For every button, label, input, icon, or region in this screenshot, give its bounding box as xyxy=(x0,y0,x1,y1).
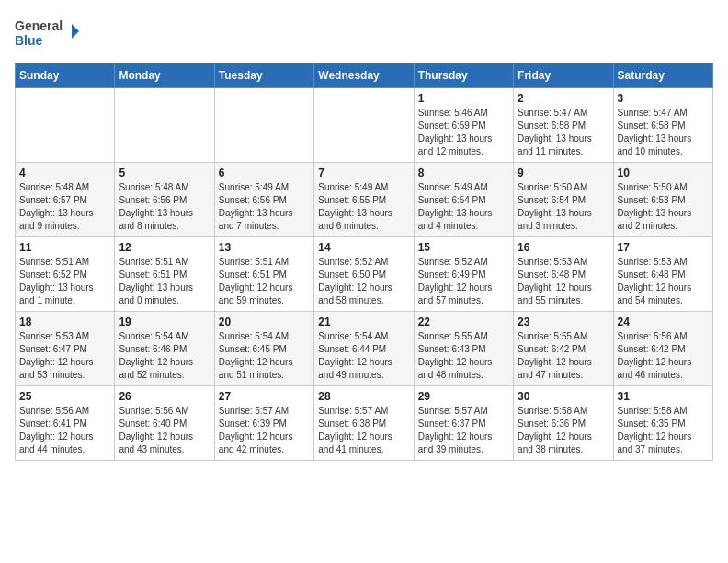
day-info: Sunrise: 5:48 AM Sunset: 6:57 PM Dayligh… xyxy=(19,181,110,233)
calendar-cell: 20Sunrise: 5:54 AM Sunset: 6:45 PM Dayli… xyxy=(214,312,313,386)
day-info: Sunrise: 5:50 AM Sunset: 6:53 PM Dayligh… xyxy=(618,181,709,233)
calendar-cell: 4Sunrise: 5:48 AM Sunset: 6:57 PM Daylig… xyxy=(16,163,115,237)
day-info: Sunrise: 5:49 AM Sunset: 6:54 PM Dayligh… xyxy=(418,181,509,233)
day-info: Sunrise: 5:56 AM Sunset: 6:42 PM Dayligh… xyxy=(618,330,709,382)
weekday-header-wednesday: Wednesday xyxy=(314,63,414,88)
calendar-cell: 27Sunrise: 5:57 AM Sunset: 6:39 PM Dayli… xyxy=(214,386,313,461)
calendar-cell: 31Sunrise: 5:58 AM Sunset: 6:35 PM Dayli… xyxy=(613,386,712,461)
calendar-cell: 1Sunrise: 5:46 AM Sunset: 6:59 PM Daylig… xyxy=(414,88,513,163)
calendar-cell xyxy=(16,88,115,163)
day-info: Sunrise: 5:50 AM Sunset: 6:54 PM Dayligh… xyxy=(518,181,609,233)
day-info: Sunrise: 5:58 AM Sunset: 6:35 PM Dayligh… xyxy=(618,405,709,456)
weekday-header-tuesday: Tuesday xyxy=(214,63,313,88)
day-number: 15 xyxy=(418,241,509,254)
day-number: 12 xyxy=(119,241,210,254)
day-number: 22 xyxy=(418,316,509,328)
calendar-cell: 15Sunrise: 5:52 AM Sunset: 6:49 PM Dayli… xyxy=(414,237,513,312)
calendar-cell: 10Sunrise: 5:50 AM Sunset: 6:53 PM Dayli… xyxy=(613,163,712,237)
day-number: 4 xyxy=(19,167,110,179)
day-info: Sunrise: 5:54 AM Sunset: 6:46 PM Dayligh… xyxy=(119,330,210,382)
calendar-cell: 11Sunrise: 5:51 AM Sunset: 6:52 PM Dayli… xyxy=(16,237,115,312)
day-number: 1 xyxy=(418,92,509,105)
calendar-cell xyxy=(115,88,214,163)
day-number: 2 xyxy=(518,92,609,105)
day-number: 19 xyxy=(119,316,210,328)
day-info: Sunrise: 5:54 AM Sunset: 6:44 PM Dayligh… xyxy=(318,330,409,382)
day-info: Sunrise: 5:56 AM Sunset: 6:40 PM Dayligh… xyxy=(119,405,210,456)
calendar-table: SundayMondayTuesdayWednesdayThursdayFrid… xyxy=(15,63,713,461)
day-number: 27 xyxy=(219,390,310,403)
day-number: 17 xyxy=(618,241,709,254)
day-number: 24 xyxy=(618,316,709,328)
calendar-cell: 23Sunrise: 5:55 AM Sunset: 6:42 PM Dayli… xyxy=(514,312,613,386)
week-row-2: 4Sunrise: 5:48 AM Sunset: 6:57 PM Daylig… xyxy=(16,163,713,237)
week-row-5: 25Sunrise: 5:56 AM Sunset: 6:41 PM Dayli… xyxy=(16,386,713,461)
calendar-cell: 16Sunrise: 5:53 AM Sunset: 6:48 PM Dayli… xyxy=(514,237,613,312)
day-number: 25 xyxy=(19,390,110,403)
calendar-cell: 6Sunrise: 5:49 AM Sunset: 6:56 PM Daylig… xyxy=(214,163,313,237)
week-row-3: 11Sunrise: 5:51 AM Sunset: 6:52 PM Dayli… xyxy=(16,237,713,312)
calendar-cell: 13Sunrise: 5:51 AM Sunset: 6:51 PM Dayli… xyxy=(214,237,313,312)
weekday-header-row: SundayMondayTuesdayWednesdayThursdayFrid… xyxy=(16,63,713,88)
day-info: Sunrise: 5:57 AM Sunset: 6:37 PM Dayligh… xyxy=(418,405,509,456)
day-number: 28 xyxy=(318,390,409,403)
day-info: Sunrise: 5:49 AM Sunset: 6:56 PM Dayligh… xyxy=(219,181,310,233)
calendar-cell: 2Sunrise: 5:47 AM Sunset: 6:58 PM Daylig… xyxy=(514,88,613,163)
calendar-cell xyxy=(314,88,414,163)
day-info: Sunrise: 5:53 AM Sunset: 6:47 PM Dayligh… xyxy=(19,330,110,382)
day-info: Sunrise: 5:53 AM Sunset: 6:48 PM Dayligh… xyxy=(518,256,609,307)
calendar-cell: 29Sunrise: 5:57 AM Sunset: 6:37 PM Dayli… xyxy=(414,386,513,461)
day-number: 3 xyxy=(618,92,709,105)
day-number: 30 xyxy=(518,390,609,403)
day-number: 21 xyxy=(318,316,409,328)
day-number: 11 xyxy=(19,241,110,254)
day-info: Sunrise: 5:51 AM Sunset: 6:51 PM Dayligh… xyxy=(219,256,310,307)
page-header: General Blue xyxy=(15,15,713,52)
day-info: Sunrise: 5:55 AM Sunset: 6:42 PM Dayligh… xyxy=(518,330,609,382)
day-info: Sunrise: 5:53 AM Sunset: 6:48 PM Dayligh… xyxy=(618,256,709,307)
calendar-cell: 19Sunrise: 5:54 AM Sunset: 6:46 PM Dayli… xyxy=(115,312,214,386)
day-info: Sunrise: 5:54 AM Sunset: 6:45 PM Dayligh… xyxy=(219,330,310,382)
day-info: Sunrise: 5:51 AM Sunset: 6:51 PM Dayligh… xyxy=(119,256,210,307)
weekday-header-friday: Friday xyxy=(514,63,613,88)
calendar-cell: 17Sunrise: 5:53 AM Sunset: 6:48 PM Dayli… xyxy=(613,237,712,312)
calendar-cell: 21Sunrise: 5:54 AM Sunset: 6:44 PM Dayli… xyxy=(314,312,414,386)
calendar-cell: 25Sunrise: 5:56 AM Sunset: 6:41 PM Dayli… xyxy=(16,386,115,461)
day-number: 26 xyxy=(119,390,210,403)
day-info: Sunrise: 5:56 AM Sunset: 6:41 PM Dayligh… xyxy=(19,405,110,456)
calendar-cell: 5Sunrise: 5:48 AM Sunset: 6:56 PM Daylig… xyxy=(115,163,214,237)
day-number: 16 xyxy=(518,241,609,254)
calendar-cell: 14Sunrise: 5:52 AM Sunset: 6:50 PM Dayli… xyxy=(314,237,414,312)
day-number: 23 xyxy=(518,316,609,328)
logo-svg: General Blue xyxy=(15,15,79,52)
day-info: Sunrise: 5:55 AM Sunset: 6:43 PM Dayligh… xyxy=(418,330,509,382)
calendar-cell: 24Sunrise: 5:56 AM Sunset: 6:42 PM Dayli… xyxy=(613,312,712,386)
day-number: 6 xyxy=(219,167,310,179)
calendar-cell: 12Sunrise: 5:51 AM Sunset: 6:51 PM Dayli… xyxy=(115,237,214,312)
week-row-4: 18Sunrise: 5:53 AM Sunset: 6:47 PM Dayli… xyxy=(16,312,713,386)
day-info: Sunrise: 5:52 AM Sunset: 6:50 PM Dayligh… xyxy=(318,256,409,307)
weekday-header-sunday: Sunday xyxy=(16,63,115,88)
day-info: Sunrise: 5:46 AM Sunset: 6:59 PM Dayligh… xyxy=(418,107,509,158)
day-info: Sunrise: 5:57 AM Sunset: 6:38 PM Dayligh… xyxy=(318,405,409,456)
calendar-cell: 28Sunrise: 5:57 AM Sunset: 6:38 PM Dayli… xyxy=(314,386,414,461)
calendar-cell xyxy=(214,88,313,163)
calendar-cell: 22Sunrise: 5:55 AM Sunset: 6:43 PM Dayli… xyxy=(414,312,513,386)
day-info: Sunrise: 5:48 AM Sunset: 6:56 PM Dayligh… xyxy=(119,181,210,233)
calendar-cell: 9Sunrise: 5:50 AM Sunset: 6:54 PM Daylig… xyxy=(514,163,613,237)
day-number: 20 xyxy=(219,316,310,328)
weekday-header-saturday: Saturday xyxy=(613,63,712,88)
day-number: 10 xyxy=(618,167,709,179)
day-info: Sunrise: 5:51 AM Sunset: 6:52 PM Dayligh… xyxy=(19,256,110,307)
svg-marker-2 xyxy=(72,24,79,39)
day-number: 8 xyxy=(418,167,509,179)
day-info: Sunrise: 5:52 AM Sunset: 6:49 PM Dayligh… xyxy=(418,256,509,307)
calendar-cell: 18Sunrise: 5:53 AM Sunset: 6:47 PM Dayli… xyxy=(16,312,115,386)
week-row-1: 1Sunrise: 5:46 AM Sunset: 6:59 PM Daylig… xyxy=(16,88,713,163)
calendar-cell: 3Sunrise: 5:47 AM Sunset: 6:58 PM Daylig… xyxy=(613,88,712,163)
calendar-cell: 7Sunrise: 5:49 AM Sunset: 6:55 PM Daylig… xyxy=(314,163,414,237)
day-number: 31 xyxy=(618,390,709,403)
day-number: 14 xyxy=(318,241,409,254)
logo: General Blue xyxy=(15,15,79,52)
svg-text:Blue: Blue xyxy=(15,33,43,48)
